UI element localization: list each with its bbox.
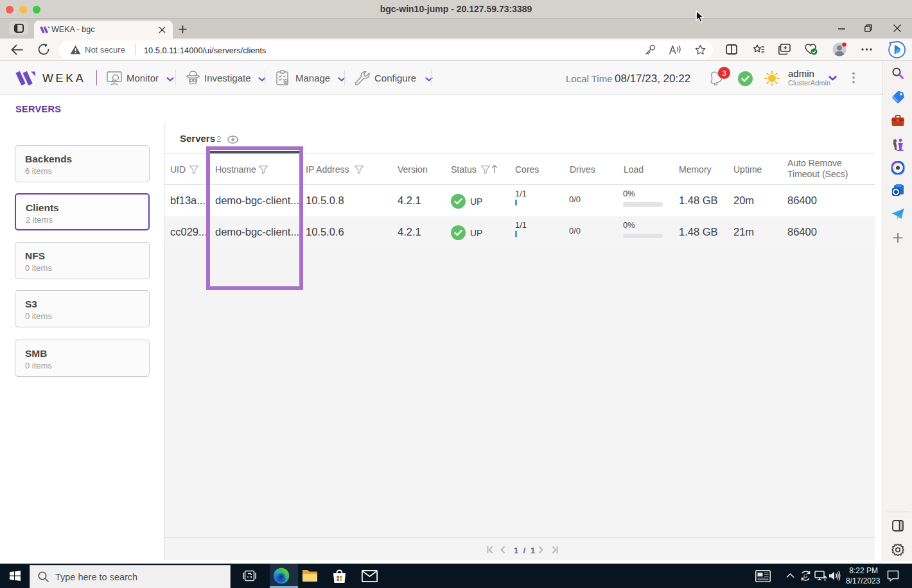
- svg-text:G: G: [803, 573, 807, 579]
